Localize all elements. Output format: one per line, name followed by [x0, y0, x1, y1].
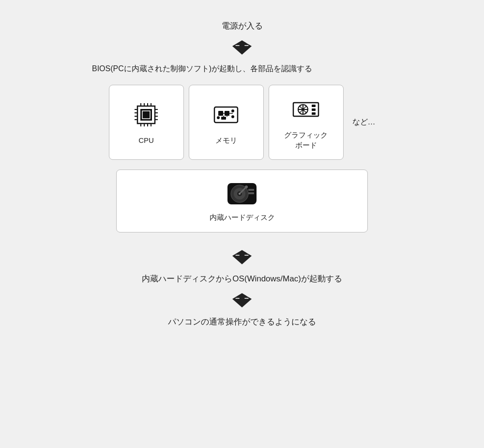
cpu-icon [131, 99, 162, 130]
svg-rect-25 [221, 117, 226, 120]
svg-line-43 [300, 110, 302, 113]
svg-rect-44 [312, 105, 316, 107]
hdd-box: 内蔵ハードディスク [116, 170, 368, 232]
svg-rect-54 [248, 189, 254, 191]
svg-marker-59 [232, 293, 252, 307]
svg-point-31 [231, 115, 234, 118]
cpu-box: CPU [109, 85, 184, 160]
svg-marker-0 [232, 41, 252, 55]
svg-rect-24 [225, 111, 229, 116]
step4-text: パソコンの通常操作ができるようになる [168, 315, 316, 328]
svg-rect-45 [312, 108, 316, 111]
arrow3 [232, 293, 252, 308]
hdd-icon [225, 179, 259, 208]
arrow-diamond-icon3 [232, 293, 252, 308]
memory-icon [211, 99, 242, 130]
gpu-icon [290, 94, 321, 125]
svg-point-53 [245, 185, 248, 188]
arrow2 [232, 250, 252, 264]
etc-text: など… [352, 117, 376, 127]
svg-line-41 [304, 110, 306, 113]
svg-point-32 [217, 116, 220, 119]
memory-box: メモリ [189, 85, 264, 160]
step1-text: 電源が入る [222, 19, 263, 32]
svg-marker-56 [232, 250, 252, 264]
components-row: CPU [73, 85, 411, 160]
cpu-label: CPU [138, 135, 154, 145]
arrow1 [232, 40, 252, 55]
arrow-diamond-icon2 [232, 250, 252, 264]
step3-text: 内蔵ハードディスクからOS(Windows/Mac)が起動する [142, 272, 342, 285]
svg-line-42 [304, 106, 306, 108]
svg-rect-55 [248, 192, 254, 194]
svg-line-40 [300, 106, 302, 108]
memory-label: メモリ [215, 135, 237, 145]
arrow-diamond-icon1 [232, 40, 252, 55]
step2-text: BIOS(PCに内蔵された制御ソフト)が起動し、各部品を認識する [92, 62, 312, 75]
gpu-box: グラフィック ボード [269, 85, 344, 160]
page-container: 電源が入る BIOS(PCに内蔵された制御ソフト)が起動し、各部品を認識する [73, 19, 411, 328]
svg-point-30 [231, 109, 234, 112]
component-boxes: CPU [109, 85, 344, 160]
hdd-label: 内蔵ハードディスク [210, 213, 275, 222]
gpu-label: グラフィック ボード [284, 130, 328, 150]
svg-rect-46 [312, 112, 316, 115]
